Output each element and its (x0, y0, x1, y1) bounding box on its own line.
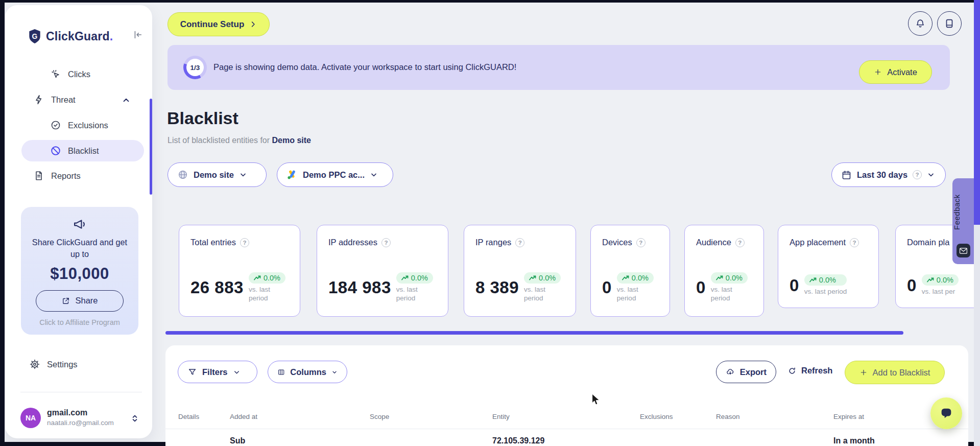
sidebar-item-settings[interactable]: Settings (29, 359, 78, 370)
sidebar-item-reports[interactable]: Reports (33, 170, 81, 181)
add-to-blacklist-button[interactable]: Add to Blacklist (845, 361, 945, 384)
ppc-selector-label: Demo PPC ac... (303, 170, 365, 180)
stat-card-ip-ranges: IP ranges? 8 389 0.0%vs. last period (464, 225, 576, 317)
progress-step: 1/3 (186, 59, 204, 76)
columns-button[interactable]: Columns (268, 361, 347, 383)
banner-message: Page is showing demo data. Activate your… (213, 62, 516, 72)
demo-data-banner: 1/3 Page is showing demo data. Activate … (168, 45, 950, 90)
stat-label: App placement (790, 238, 846, 247)
setup-progress-ring: 1/3 (183, 56, 207, 79)
stat-label: Domain pla (907, 238, 949, 247)
page-title: Blacklist (167, 108, 238, 128)
window-edge-left (0, 0, 5, 446)
help-icon[interactable]: ? (735, 238, 745, 247)
chat-launcher-button[interactable] (930, 397, 962, 429)
trend-badge: 0.0% (396, 272, 433, 284)
subtitle-text: List of blacklisted entities for (168, 136, 270, 145)
filters-button[interactable]: Filters (178, 361, 257, 383)
help-icon[interactable]: ? (381, 238, 391, 247)
date-range-label: Last 30 days (857, 170, 907, 180)
stat-label: Total entries (190, 238, 236, 247)
header-divider (165, 429, 968, 429)
sidebar-item-clicks[interactable]: Clicks (50, 68, 90, 80)
sidebar-item-label: Exclusions (68, 121, 108, 130)
activate-button[interactable]: Activate (859, 60, 932, 84)
blacklist-table-section: Filters Columns Export Refresh Add to Bl… (165, 345, 968, 446)
cell-added-at: Sub (230, 436, 245, 445)
book-icon (944, 18, 955, 29)
promo-text: Share ClickGuard and get up to (21, 237, 138, 261)
sidebar-item-label: Clicks (68, 69, 90, 79)
stat-period: vs. last period (524, 285, 554, 303)
ppc-account-selector[interactable]: Demo PPC ac... (277, 162, 393, 187)
sidebar-item-label: Reports (51, 171, 81, 181)
sidebar-divider (20, 392, 142, 392)
sidebar-item-label: Blacklist (68, 146, 99, 156)
chevron-down-icon (239, 171, 247, 179)
sidebar-scrollbar-thumb[interactable] (150, 99, 152, 195)
account-email: naatali.ro@gmail.com (47, 419, 114, 427)
refresh-button[interactable]: Refresh (787, 366, 832, 375)
help-icon[interactable]: ? (515, 238, 524, 247)
trend-up-icon (809, 277, 817, 283)
column-header-details: Details (178, 413, 199, 420)
collapse-sidebar-button[interactable] (132, 29, 143, 42)
continue-setup-label: Continue Setup (180, 19, 245, 30)
vertical-scrollbar-thumb[interactable] (974, 0, 980, 225)
share-label: Share (75, 296, 98, 306)
avatar: NA (20, 408, 41, 428)
export-button[interactable]: Export (716, 361, 776, 383)
external-link-icon (61, 296, 70, 306)
affiliate-promo-card[interactable]: Share ClickGuard and get up to $10,000 S… (21, 207, 138, 335)
threat-collapse-chevron[interactable] (122, 96, 131, 107)
cloud-download-icon (726, 367, 735, 377)
stat-period: vs. last period (804, 287, 847, 296)
refresh-icon (787, 366, 797, 375)
horizontal-scrollbar-thumb[interactable] (165, 331, 903, 335)
sidebar-item-exclusions[interactable]: Exclusions (50, 120, 108, 131)
plus-icon (859, 368, 868, 377)
help-icon[interactable]: ? (913, 170, 922, 179)
google-ads-icon (286, 169, 298, 180)
collapse-icon (132, 29, 143, 40)
trend-badge: 0.0% (804, 274, 847, 286)
help-icon[interactable]: ? (636, 238, 646, 247)
cursor-click-icon (50, 68, 61, 80)
trend-up-icon (529, 275, 536, 280)
sidebar-item-threat[interactable]: Threat (33, 94, 76, 105)
feedback-logo-icon (957, 244, 970, 257)
column-header-scope: Scope (370, 413, 389, 420)
activate-label: Activate (887, 67, 917, 77)
date-range-selector[interactable]: Last 30 days ? (831, 162, 946, 187)
site-selector[interactable]: Demo site (168, 162, 267, 187)
refresh-label: Refresh (801, 366, 832, 375)
help-icon[interactable]: ? (850, 238, 859, 247)
account-chevrons[interactable] (130, 412, 140, 427)
column-header-entity: Entity (492, 413, 510, 420)
sidebar: G ClickGuard. Clicks Threat Exclusions (5, 5, 152, 438)
continue-setup-button[interactable]: Continue Setup (168, 12, 270, 36)
column-header-added-at: Added at (230, 413, 257, 420)
add-to-blacklist-label: Add to Blacklist (873, 368, 930, 378)
feedback-tab[interactable]: Feedback (952, 178, 974, 264)
share-button[interactable]: Share (36, 290, 124, 312)
trend-up-icon (716, 275, 723, 280)
trend-up-icon (401, 275, 409, 280)
export-label: Export (740, 367, 767, 377)
help-icon[interactable]: ? (240, 238, 249, 247)
site-selector-label: Demo site (194, 170, 234, 180)
document-icon (33, 170, 44, 181)
ban-icon (50, 145, 61, 156)
column-header-exclusions: Exclusions (640, 413, 673, 420)
stat-card-ip-addresses: IP addresses? 184 983 0.0%vs. last perio… (317, 225, 448, 317)
affiliate-link[interactable]: Click to Affiliate Program (21, 318, 138, 326)
chevron-down-icon (233, 368, 241, 376)
chevron-down-icon (331, 368, 338, 376)
subtitle-entity: Demo site (272, 136, 311, 145)
docs-button[interactable] (937, 11, 962, 36)
chevron-up-icon (122, 96, 131, 105)
logo-text: ClickGuard. (46, 30, 113, 43)
sidebar-item-blacklist[interactable]: Blacklist (50, 145, 99, 156)
stat-period: vs. last period (617, 285, 647, 303)
notifications-button[interactable] (908, 11, 933, 36)
